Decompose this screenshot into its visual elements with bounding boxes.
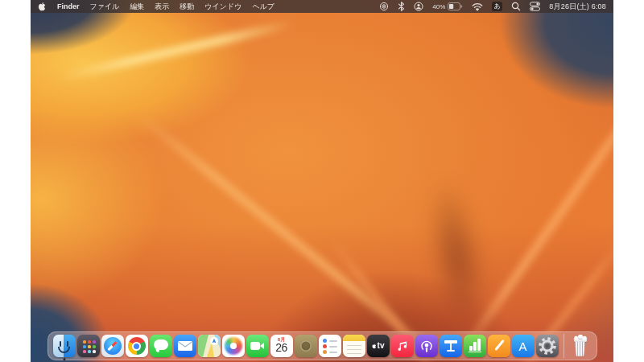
menu-bar-left: Finder ファイル編集表示移動ウインドウヘルプ	[38, 2, 275, 12]
wifi-icon[interactable]	[472, 2, 483, 11]
chrome-icon[interactable]	[126, 335, 148, 357]
bluetooth-icon[interactable]	[398, 2, 405, 11]
dock: 8月26tvA	[47, 331, 597, 360]
numbers-icon[interactable]	[464, 335, 486, 357]
appstore-a-glyph: A	[512, 335, 535, 357]
user-account-icon[interactable]	[414, 2, 423, 11]
music-icon[interactable]	[391, 335, 414, 357]
appletv-icon[interactable]: tv	[367, 335, 390, 357]
podcasts-icon[interactable]	[415, 335, 438, 357]
menu-edit[interactable]: 編集	[130, 2, 144, 12]
screenshot-stage: Finder ファイル編集表示移動ウインドウヘルプ	[0, 0, 644, 362]
wallpaper-petal-highlight	[57, 19, 295, 81]
appstore-icon[interactable]: A	[512, 335, 535, 357]
appletv-icon[interactable]: tv	[367, 335, 390, 357]
music-icon[interactable]	[391, 335, 414, 357]
menu-window[interactable]: ウインドウ	[204, 2, 242, 12]
maps-icon[interactable]	[198, 335, 221, 357]
dock-zone: 8月26tvA	[31, 331, 613, 360]
keynote-icon[interactable]	[440, 335, 462, 357]
calendar-icon[interactable]: 8月26	[270, 335, 293, 357]
trash-icon[interactable]	[569, 335, 592, 357]
podcasts-icon[interactable]	[415, 335, 438, 357]
maps-icon[interactable]	[198, 335, 221, 357]
apple-logo-icon[interactable]	[38, 2, 47, 12]
keynote-icon[interactable]	[440, 335, 462, 357]
desktop[interactable]: Finder ファイル編集表示移動ウインドウヘルプ	[31, 0, 613, 362]
pages-icon[interactable]	[488, 335, 510, 357]
menu-file[interactable]: ファイル	[90, 2, 120, 12]
wallpaper-petal-highlight	[456, 73, 613, 360]
calendar-day-number: 26	[270, 342, 293, 353]
launchpad-icon[interactable]	[77, 335, 100, 357]
menu-go[interactable]: 移動	[180, 2, 194, 12]
dock-separator	[564, 334, 564, 358]
contacts-icon[interactable]	[295, 335, 317, 357]
menu-view[interactable]: 表示	[155, 2, 169, 12]
calendar-icon[interactable]: 8月26	[270, 335, 293, 357]
input-source-icon[interactable]: あ	[492, 2, 502, 11]
facetime-icon[interactable]	[246, 335, 269, 357]
tv-label: tv	[378, 342, 385, 350]
launchpad-icon[interactable]	[77, 335, 100, 357]
finder-icon[interactable]	[53, 335, 76, 357]
safari-icon[interactable]	[101, 335, 124, 357]
running-indicator-dot	[63, 358, 65, 360]
contacts-icon[interactable]	[295, 335, 317, 357]
messages-icon[interactable]	[150, 335, 172, 357]
wallpaper-petal-highlight	[135, 111, 434, 355]
battery-indicator[interactable]: 40%	[432, 2, 463, 10]
settings-icon[interactable]	[536, 335, 559, 357]
active-app-menu[interactable]: Finder	[57, 2, 80, 10]
photos-icon[interactable]	[222, 335, 245, 357]
chrome-icon[interactable]	[126, 335, 148, 357]
numbers-icon[interactable]	[464, 335, 486, 357]
menubar-clock[interactable]: 8月26日(土) 6:08	[549, 2, 606, 12]
battery-icon	[448, 2, 463, 10]
spotlight-icon[interactable]	[511, 2, 521, 11]
menubar-menus: ファイル編集表示移動ウインドウヘルプ	[90, 2, 275, 12]
pages-icon[interactable]	[488, 335, 510, 357]
airdrop-icon[interactable]	[379, 2, 389, 11]
reminders-icon[interactable]	[319, 335, 341, 357]
menu-help[interactable]: ヘルプ	[252, 2, 275, 12]
safari-icon[interactable]	[101, 335, 124, 357]
photos-icon[interactable]	[222, 335, 245, 357]
control-center-icon[interactable]	[530, 2, 540, 11]
menu-bar-status: 40% あ	[379, 2, 606, 12]
menu-bar: Finder ファイル編集表示移動ウインドウヘルプ	[31, 0, 613, 13]
mail-icon[interactable]	[174, 335, 196, 357]
facetime-icon[interactable]	[246, 335, 269, 357]
settings-icon[interactable]	[536, 335, 559, 357]
appstore-icon[interactable]: A	[512, 335, 535, 357]
reminders-icon[interactable]	[319, 335, 341, 357]
battery-percent: 40%	[432, 3, 445, 10]
mail-icon[interactable]	[174, 335, 196, 357]
finder-icon[interactable]	[53, 335, 76, 357]
wallpaper	[31, 0, 613, 362]
notes-icon[interactable]	[343, 335, 365, 357]
notes-icon[interactable]	[343, 335, 365, 357]
trash-icon[interactable]	[569, 335, 592, 357]
messages-icon[interactable]	[150, 335, 172, 357]
wallpaper-petal-shadow	[419, 174, 495, 340]
